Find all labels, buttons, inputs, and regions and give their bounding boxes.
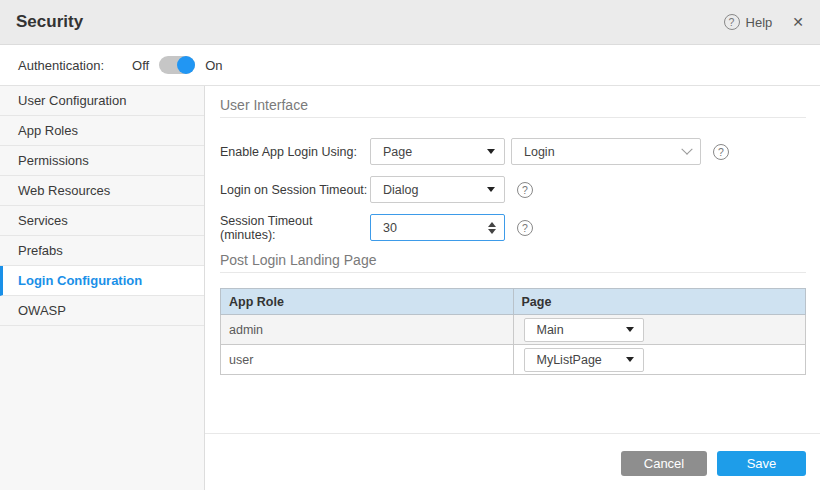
sidebar-item-services[interactable]: Services	[0, 206, 204, 236]
panel-body: User Configuration App Roles Permissions…	[0, 86, 820, 490]
table-row: user MyListPage	[221, 345, 806, 375]
admin-page-value: Main	[537, 323, 564, 337]
app-role-cell: user	[221, 345, 514, 375]
toggle-off-label: Off	[132, 58, 149, 73]
app-role-cell: admin	[221, 315, 514, 345]
main-content: User Interface Enable App Login Using: P…	[205, 86, 820, 490]
step-up-icon	[488, 222, 496, 227]
step-down-icon	[488, 229, 496, 234]
login-on-timeout-label: Login on Session Timeout:	[220, 183, 370, 197]
session-timeout-label: Session Timeout (minutes):	[220, 214, 370, 242]
post-login-landing-table: App Role Page admin Main	[220, 288, 806, 375]
column-header-page: Page	[513, 289, 806, 315]
column-header-app-role: App Role	[221, 289, 514, 315]
close-icon[interactable]: ✕	[792, 14, 804, 30]
page-title: Security	[16, 12, 83, 32]
section-divider	[220, 117, 806, 118]
header-actions: ? Help ✕	[724, 14, 804, 30]
session-timeout-help-icon[interactable]: ?	[517, 220, 533, 236]
caret-down-icon	[626, 327, 634, 332]
enable-app-login-label: Enable App Login Using:	[220, 145, 370, 159]
sidebar-item-owasp[interactable]: OWASP	[0, 296, 204, 326]
login-page-select[interactable]: Login	[511, 138, 701, 165]
admin-page-select[interactable]: Main	[524, 318, 644, 342]
number-stepper[interactable]	[488, 222, 496, 234]
toggle-thumb	[177, 56, 195, 74]
caret-down-icon	[487, 187, 495, 192]
help-icon[interactable]: ?	[724, 14, 740, 30]
section-title-post-login: Post Login Landing Page	[220, 252, 806, 268]
table-header-row: App Role Page	[221, 289, 806, 315]
footer-actions: Cancel Save	[621, 451, 806, 476]
sidebar-item-web-resources[interactable]: Web Resources	[0, 176, 204, 206]
caret-down-icon	[487, 149, 495, 154]
authentication-toggle[interactable]	[159, 56, 195, 74]
toggle-on-label: On	[205, 58, 222, 73]
section-title-user-interface: User Interface	[220, 97, 806, 113]
section-divider	[220, 272, 806, 273]
sidebar-item-prefabs[interactable]: Prefabs	[0, 236, 204, 266]
login-type-select[interactable]: Page	[370, 138, 505, 165]
caret-down-icon	[626, 357, 634, 362]
sidebar-item-permissions[interactable]: Permissions	[0, 146, 204, 176]
help-link[interactable]: Help	[746, 15, 773, 30]
enable-app-login-help-icon[interactable]: ?	[713, 144, 729, 160]
save-button[interactable]: Save	[717, 451, 806, 476]
login-type-value: Page	[383, 145, 412, 159]
login-on-timeout-help-icon[interactable]: ?	[517, 182, 533, 198]
session-timeout-row: Session Timeout (minutes): 30 ?	[220, 214, 806, 241]
cancel-button[interactable]: Cancel	[621, 451, 707, 476]
session-timeout-input[interactable]: 30	[370, 214, 505, 241]
session-timeout-value: 30	[383, 221, 397, 235]
timeout-mode-value: Dialog	[383, 183, 418, 197]
sidebar-item-app-roles[interactable]: App Roles	[0, 116, 204, 146]
security-panel: Security ? Help ✕ Authentication: Off On…	[0, 0, 820, 490]
chevron-down-icon	[681, 143, 692, 154]
sidebar-item-login-configuration[interactable]: Login Configuration	[0, 266, 204, 296]
timeout-mode-select[interactable]: Dialog	[370, 176, 505, 203]
panel-header: Security ? Help ✕	[0, 0, 820, 45]
user-page-value: MyListPage	[537, 353, 602, 367]
login-on-timeout-row: Login on Session Timeout: Dialog ?	[220, 176, 806, 203]
user-page-select[interactable]: MyListPage	[524, 348, 644, 372]
footer-divider	[205, 433, 820, 434]
authentication-label: Authentication:	[18, 58, 104, 73]
enable-app-login-row: Enable App Login Using: Page Login ?	[220, 138, 806, 165]
sidebar-item-user-configuration[interactable]: User Configuration	[0, 86, 204, 116]
table-row: admin Main	[221, 315, 806, 345]
authentication-row: Authentication: Off On	[0, 45, 820, 86]
login-page-value: Login	[524, 145, 555, 159]
sidebar: User Configuration App Roles Permissions…	[0, 86, 205, 490]
